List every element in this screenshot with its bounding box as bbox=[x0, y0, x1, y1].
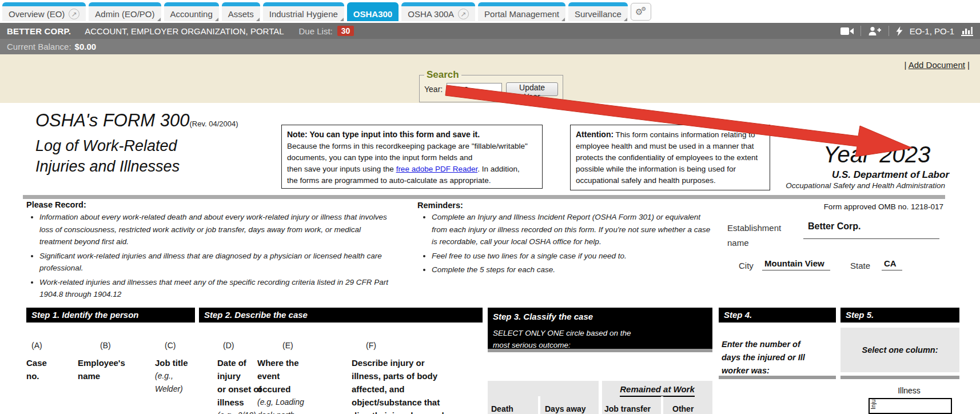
reminders-heading: Reminders: bbox=[417, 201, 463, 210]
update-year-button[interactable]: Update Year bbox=[506, 82, 558, 96]
list-item: Complete an Injury and Illness Incident … bbox=[432, 211, 712, 248]
step5-header: Step 5. bbox=[840, 308, 959, 323]
classify-col-death: Death bbox=[491, 404, 513, 413]
step4-header: Step 4. bbox=[719, 308, 836, 323]
form-subtitle: Log of Work-Related Injuries and Illness… bbox=[35, 136, 180, 177]
external-link-icon[interactable]: ↗ bbox=[458, 9, 469, 19]
menu-fold-icon bbox=[340, 18, 344, 21]
adobe-reader-link[interactable]: free adobe PDF Reader bbox=[396, 165, 478, 173]
step3-underline bbox=[488, 349, 712, 352]
illness-label: Illness bbox=[881, 386, 938, 395]
search-panel: Search Year: Update Year bbox=[419, 69, 563, 102]
illness-column-rotated-label: Injury bbox=[870, 398, 877, 409]
column-header-date-of-injury: Date of injury or onset of illness (e.g.… bbox=[217, 356, 262, 414]
add-user-icon[interactable] bbox=[868, 26, 882, 35]
balance-label: Current Balance: bbox=[7, 42, 71, 51]
menu-fold-icon bbox=[256, 18, 260, 21]
attention-heading: Attention: bbox=[576, 130, 614, 139]
establishment-label: Establishment name bbox=[727, 221, 781, 250]
divider bbox=[861, 26, 861, 36]
tab-overview-eo[interactable]: Overview (EO) ↗ bbox=[2, 2, 86, 21]
osha300-page: | Add Document | Search Year: Update Yea… bbox=[0, 54, 980, 414]
account-context: ACCOUNT, EMPLOYER ORGANIZATION, PORTAL bbox=[85, 26, 284, 36]
tab-label: Industrial Hygiene bbox=[269, 9, 338, 19]
menu-fold-icon bbox=[157, 18, 161, 21]
step4-instructions: Enter the number of days the injured or … bbox=[722, 338, 805, 377]
external-link-icon[interactable]: ↗ bbox=[69, 9, 79, 19]
step2-header: Step 2. Describe the case bbox=[199, 308, 483, 323]
establishment-value: Better Corp. bbox=[808, 221, 861, 232]
lightning-icon[interactable] bbox=[896, 26, 903, 36]
city-value: Mountain View bbox=[762, 258, 830, 270]
state-label: State bbox=[850, 261, 870, 270]
form-revision: (Rev. 04/2004) bbox=[189, 120, 238, 128]
tab-portal-management[interactable]: Portal Management bbox=[478, 2, 565, 21]
tab-label: OSHA 300A bbox=[408, 9, 454, 19]
balance-bar: Current Balance: $0.00 bbox=[0, 39, 980, 54]
column-letter-d: (D) bbox=[223, 341, 234, 350]
add-document-link[interactable]: Add Document bbox=[909, 60, 965, 70]
main-tab-bar: Overview (EO) ↗ Admin (EO/PO) Accounting… bbox=[0, 0, 980, 21]
tab-accounting[interactable]: Accounting bbox=[164, 2, 219, 21]
gear-small-icon: ⚙ bbox=[641, 6, 646, 12]
column-header-where-event: Where the event occured (e.g, Loading do… bbox=[257, 356, 304, 414]
tab-industrial-hygiene[interactable]: Industrial Hygiene bbox=[263, 2, 344, 21]
dept-of-labor: U.S. Department of Labor bbox=[743, 169, 949, 181]
state-value: CA bbox=[882, 258, 902, 270]
year-input[interactable] bbox=[447, 83, 502, 95]
step5-underline bbox=[840, 376, 959, 379]
document-toolbar: | Add Document | bbox=[904, 60, 970, 70]
video-camera-icon[interactable] bbox=[840, 27, 854, 35]
pipe: | bbox=[904, 60, 906, 70]
tab-osha300a[interactable]: OSHA 300A ↗ bbox=[401, 2, 475, 21]
column-gap bbox=[538, 396, 540, 414]
column-letter-f: (F) bbox=[366, 341, 376, 350]
column-header-job-title: Job title (e.g., Welder) bbox=[155, 356, 188, 396]
year-word: Year bbox=[823, 142, 870, 167]
menu-fold-icon bbox=[624, 18, 627, 21]
tab-admin-eo-po[interactable]: Admin (EO/PO) bbox=[89, 2, 161, 21]
bar-chart-icon[interactable] bbox=[961, 26, 973, 36]
column-letter-b: (B) bbox=[100, 341, 111, 350]
company-name: BETTER CORP. bbox=[7, 26, 71, 36]
tab-label: Surveillance bbox=[575, 9, 622, 19]
remained-at-work-header: Remained at Work bbox=[602, 384, 712, 395]
tab-osha300-active[interactable]: OSHA300 bbox=[347, 2, 399, 21]
form-title: OSHA's FORM 300(Rev. 04/2004) bbox=[35, 110, 238, 131]
tab-label: Accounting bbox=[170, 9, 213, 19]
list-item: Information about every work-related dea… bbox=[39, 211, 391, 248]
column-letter-a: (A) bbox=[31, 341, 42, 350]
column-header-employee-name: Employee's name bbox=[78, 356, 125, 383]
account-header-bar: BETTER CORP. ACCOUNT, EMPLOYER ORGANIZAT… bbox=[0, 23, 980, 39]
please-record-list: Information about every work-related dea… bbox=[30, 211, 391, 302]
due-list-count-badge[interactable]: 30 bbox=[337, 26, 354, 36]
search-panel-legend: Search bbox=[424, 69, 461, 81]
reminders-list: Complete an Injury and Illness Incident … bbox=[422, 211, 712, 278]
form-year-display: Year2023 bbox=[823, 142, 930, 168]
tab-label: Overview (EO) bbox=[9, 9, 65, 19]
list-item: Complete the 5 steps for each case. bbox=[432, 264, 712, 276]
tab-surveillance[interactable]: Surveillance bbox=[568, 2, 628, 21]
establishment-underline bbox=[803, 238, 939, 239]
list-item: Feel free to use two lines for a single … bbox=[432, 250, 712, 262]
illness-columns-box: Injury bbox=[869, 398, 952, 414]
settings-button[interactable]: ⚙ ⚙ bbox=[631, 3, 651, 21]
attention-box: Attention: This form contains informatio… bbox=[570, 125, 770, 190]
classify-col-other: Other bbox=[672, 404, 694, 413]
year-label: Year: bbox=[424, 85, 443, 94]
note-box: Note: You can type input into this form … bbox=[281, 125, 543, 189]
tab-label: OSHA300 bbox=[353, 9, 392, 19]
org-codes: EO-1, PO-1 bbox=[910, 26, 954, 36]
column-header-case-no: Case no. bbox=[26, 356, 47, 383]
list-item: Significant work-related injuries and il… bbox=[39, 250, 391, 274]
column-letter-c: (C) bbox=[165, 341, 176, 350]
divider bbox=[889, 26, 889, 36]
due-list-label: Due List: bbox=[299, 26, 333, 36]
classify-col-days-away: Days away bbox=[545, 404, 586, 413]
section-divider bbox=[23, 195, 945, 199]
classify-col-job-transfer: Job transfer bbox=[604, 404, 651, 413]
step1-header: Step 1. Identify the person bbox=[26, 308, 195, 323]
step4-underline bbox=[719, 376, 836, 379]
tab-assets[interactable]: Assets bbox=[222, 2, 260, 21]
city-label: City bbox=[739, 261, 754, 270]
